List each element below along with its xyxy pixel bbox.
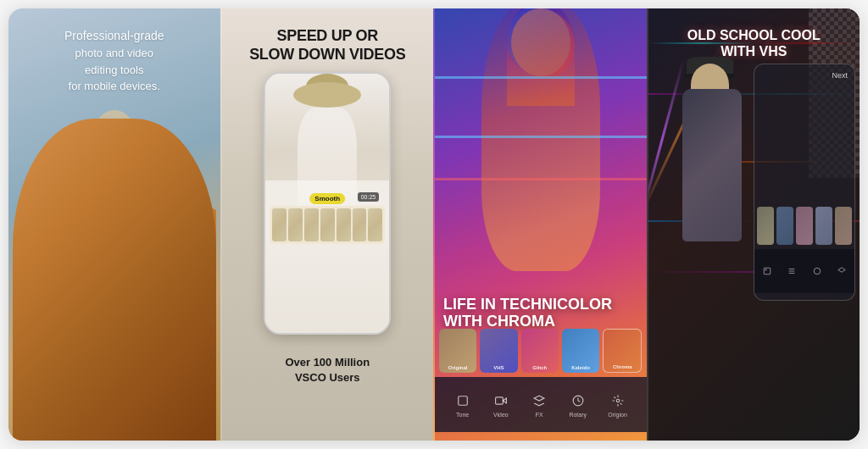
- timeline-thumb-6: [353, 208, 367, 241]
- video-icon: [492, 392, 509, 409]
- svg-rect-11: [495, 396, 503, 403]
- panel-3-woman: [435, 8, 647, 297]
- origion-label: Origion: [608, 412, 627, 418]
- panel-3-text: LIFE IN TECHNICOLOR WITH CHROMA: [435, 297, 647, 330]
- toolbar-item-video[interactable]: Video: [492, 392, 509, 418]
- tone-label: Tone: [456, 412, 469, 418]
- screen-toolbar: [754, 249, 854, 293]
- toolbar-item-origion[interactable]: Origion: [608, 392, 627, 418]
- tone-icon: [454, 392, 471, 409]
- screen-filter-glitch[interactable]: [796, 207, 813, 245]
- svg-rect-9: [458, 396, 467, 405]
- screen-filter-thumbs: [757, 207, 852, 245]
- screen-filter-kaleido[interactable]: [815, 207, 832, 245]
- phone-mockup: Smooth 00:25: [264, 72, 391, 335]
- screen-filter-vhs[interactable]: [776, 207, 793, 245]
- panel-4-headline: OLD SCHOOL COOL WITH VHS: [648, 27, 860, 59]
- person-figure: [13, 102, 216, 441]
- panel-4: OLD SCHOOL COOL WITH VHS Next: [647, 8, 860, 441]
- timeline-thumb-1: [272, 208, 287, 241]
- screen-tool-layers[interactable]: [837, 267, 846, 275]
- smooth-label: Smooth: [309, 193, 345, 204]
- svg-point-19: [814, 268, 821, 274]
- timeline-thumb-7: [368, 208, 382, 241]
- svg-rect-14: [764, 268, 771, 274]
- panel-1: Professional-grade photo and video editi…: [8, 8, 220, 441]
- svg-point-13: [616, 399, 620, 402]
- next-button[interactable]: Next: [832, 71, 848, 80]
- glitch-line-1: [435, 76, 647, 79]
- filter-original[interactable]: Original: [439, 329, 476, 373]
- filter-glitch[interactable]: Glitch: [521, 329, 559, 373]
- glitch-line-3: [435, 178, 647, 180]
- fx-icon: [531, 392, 548, 409]
- timeline-thumb-5: [337, 208, 351, 241]
- toolbar-item-fx[interactable]: FX: [531, 392, 548, 418]
- toolbar-item-tone[interactable]: Tone: [454, 392, 471, 418]
- video-label: Video: [493, 412, 509, 418]
- panel-3-headline: LIFE IN TECHNICOLOR WITH CHROMA: [443, 297, 638, 330]
- timeline-thumb-4: [320, 208, 335, 241]
- fx-label: FX: [536, 412, 543, 418]
- filter-chroma[interactable]: Chroma: [603, 329, 642, 373]
- filter-thumbnails: Original VHS Glitch Kaleido Chroma: [439, 329, 643, 373]
- panel-3-toolbar: Tone Video FX: [435, 377, 647, 432]
- screen-tool-image[interactable]: [763, 267, 771, 275]
- phone-screen: Smooth 00:25: [265, 74, 389, 333]
- origion-icon: [609, 392, 626, 409]
- screen-filter-original[interactable]: [757, 207, 774, 245]
- panel-2-headline: SPEED UP OR SLOW DOWN VIDEOS: [222, 27, 434, 64]
- app-store-banner: Professional-grade photo and video editi…: [8, 8, 860, 441]
- timeline-strip: [270, 206, 385, 244]
- panel-2: SPEED UP OR SLOW DOWN VIDEOS Smooth 00:2…: [220, 8, 434, 441]
- toolbar-item-rotary[interactable]: Rotary: [569, 392, 587, 418]
- timeline-time: 00:25: [358, 192, 380, 202]
- screen-filter-chroma[interactable]: [835, 207, 852, 245]
- filter-vhs[interactable]: VHS: [480, 329, 517, 373]
- timeline-thumb-3: [304, 208, 319, 241]
- screen-tool-sliders[interactable]: [787, 267, 796, 275]
- svg-marker-10: [503, 398, 506, 403]
- timeline-thumb-2: [288, 208, 303, 241]
- filter-kaleido[interactable]: Kaleido: [562, 329, 599, 373]
- svg-point-15: [765, 269, 766, 270]
- rotary-icon: [570, 392, 587, 409]
- panel-3: LIFE IN TECHNICOLOR WITH CHROMA Original…: [433, 8, 647, 441]
- screen-tool-history[interactable]: [813, 267, 821, 275]
- panel-2-subtitle: Over 100 Million VSCO Users: [222, 355, 434, 385]
- glitch-line-2: [435, 136, 647, 138]
- rotary-label: Rotary: [569, 412, 587, 418]
- panel-4-screen: Next: [754, 64, 855, 301]
- panel-1-description: Professional-grade photo and video editi…: [8, 27, 220, 95]
- man-figure: [665, 64, 759, 275]
